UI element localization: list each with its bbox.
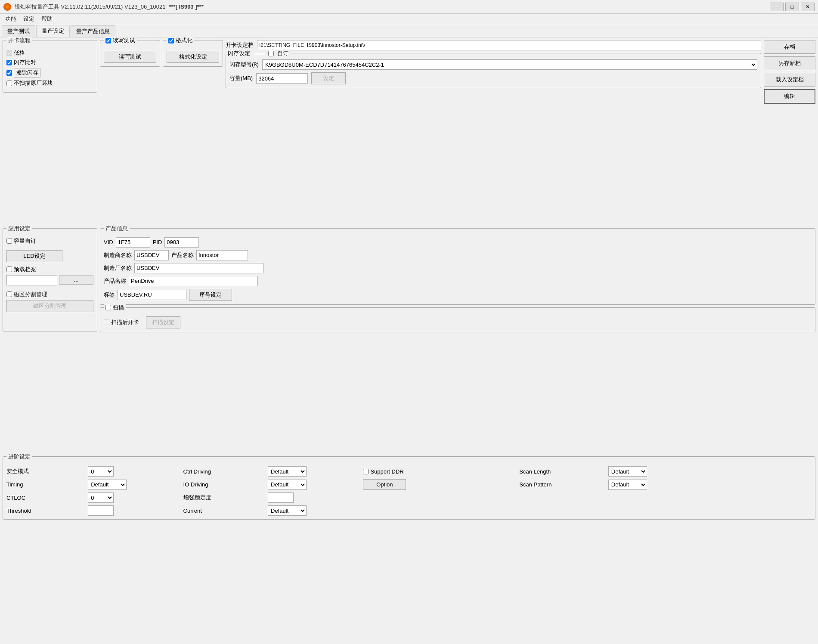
- vid-input[interactable]: [116, 237, 150, 248]
- preload-path-input[interactable]: [6, 275, 57, 285]
- rw-test-button[interactable]: 读写测试: [104, 51, 156, 63]
- format-settings-button[interactable]: 格式化设定: [167, 51, 219, 63]
- manufacturer-input[interactable]: [134, 250, 169, 260]
- current-select[interactable]: DefaultLowMediumHigh: [268, 505, 307, 516]
- current-label: Current: [183, 508, 263, 514]
- tab-bar: 量产测试 量产设定 量产产品信息: [0, 24, 818, 37]
- rw-test-group-title: 读写测试: [113, 37, 135, 44]
- load-button[interactable]: 载入设定档: [764, 73, 815, 87]
- close-button[interactable]: ✕: [801, 3, 815, 11]
- scan-checkbox[interactable]: [105, 305, 111, 310]
- erase-flash-checkbox[interactable]: [6, 70, 12, 76]
- flash-compare-label: 闪存比对: [14, 59, 36, 66]
- preload-browse-button[interactable]: ...: [59, 276, 93, 285]
- tab-mass-test[interactable]: 量产测试: [2, 25, 35, 37]
- ctrl-driving-label: Ctrl Driving: [183, 468, 263, 475]
- io-driving-label: IO Driving: [183, 481, 263, 488]
- kaika-title: 开卡流程: [6, 37, 32, 44]
- mid-section: 应用设定 容量自订 LED设定 预载档案 ... 磁区分割管理 磁区分割管理: [3, 228, 815, 454]
- save-new-button[interactable]: 另存新档: [764, 56, 815, 70]
- product-info-group: 产品信息 VID PID 制造商名称 产品名称: [100, 228, 815, 305]
- advanced-settings-title: 进阶设定: [6, 453, 32, 461]
- app-icon: [3, 3, 11, 11]
- capacity-custom-label: 容量自订: [14, 237, 36, 245]
- minimize-button[interactable]: ─: [770, 3, 784, 11]
- menu-item-help[interactable]: 帮助: [38, 14, 56, 24]
- right-buttons-panel: 存档 另存新档 载入设定档 编辑: [764, 40, 815, 104]
- advanced-settings-group: 进阶设定 安全模式 012 Ctrl Driving DefaultLowMed…: [3, 456, 815, 520]
- led-settings-button[interactable]: LED设定: [6, 250, 62, 262]
- tab-mass-product-info[interactable]: 量产产品信息: [71, 25, 115, 37]
- tab-mass-settings[interactable]: 量产设定: [36, 25, 70, 37]
- scan-title: 扫描: [113, 304, 124, 312]
- flash-custom-checkbox[interactable]: [268, 51, 274, 56]
- disk-partition-button[interactable]: 磁区分割管理: [6, 300, 93, 312]
- manufacturer-label: 制造商名称: [104, 251, 132, 259]
- mfr-factory-input[interactable]: [134, 263, 263, 273]
- flash-custom-label: 自订: [277, 50, 288, 57]
- scan-length-select[interactable]: Default128256512: [608, 466, 647, 477]
- kaika-group: 开卡流程 低格 闪存比对 擦除闪存 不扫描原厂坏块: [3, 40, 97, 93]
- edit-button[interactable]: 编辑: [764, 89, 815, 104]
- option-button[interactable]: Option: [363, 479, 406, 490]
- threshold-label: Threshold: [6, 508, 83, 514]
- label-input[interactable]: [118, 290, 186, 300]
- format-checkbox[interactable]: [168, 38, 174, 43]
- pid-input[interactable]: [164, 237, 199, 248]
- app-subtitle: ***[ IS903 ]***: [169, 3, 204, 10]
- scan-settings-button[interactable]: 扫描设定: [146, 316, 180, 328]
- support-ddr-checkbox[interactable]: [363, 469, 369, 474]
- enhance-stability-label: 增强稳定度: [183, 494, 263, 502]
- flash-settings-group: 闪存设定 —— 自订 闪存型号(8) K9GBGD8U0M-ECD7D71414…: [226, 53, 761, 88]
- disk-partition-checkbox[interactable]: [6, 291, 12, 297]
- serial-num-button[interactable]: 序号设定: [189, 289, 232, 301]
- product-name-full-label: 产品名称: [104, 277, 126, 285]
- scan-pattern-select[interactable]: DefaultPattern1Pattern2: [608, 480, 647, 490]
- scan-after-open-label: 扫描后开卡: [111, 319, 139, 326]
- restore-button[interactable]: □: [785, 3, 799, 11]
- scan-pattern-label: Scan Pattern: [519, 481, 603, 488]
- preload-file-checkbox[interactable]: [6, 266, 12, 272]
- timing-label: Timing: [6, 481, 83, 488]
- mfr-factory-label: 制造厂名称: [104, 264, 132, 272]
- label-label: 标签: [104, 291, 115, 299]
- no-scan-bad-label: 不扫描原厂坏块: [14, 79, 53, 87]
- enhance-stability-input[interactable]: [268, 492, 294, 503]
- low-format-checkbox[interactable]: [6, 50, 12, 56]
- capacity-set-button[interactable]: 设定: [311, 72, 346, 84]
- product-name-full-input[interactable]: [129, 276, 258, 286]
- format-group-title: 格式化: [176, 37, 192, 44]
- capacity-input[interactable]: [256, 73, 308, 84]
- app-settings-title: 应用设定: [6, 225, 32, 232]
- safe-mode-select[interactable]: 012: [88, 466, 114, 477]
- safe-mode-label: 安全模式: [6, 468, 83, 475]
- disk-partition-label: 磁区分割管理: [14, 291, 47, 298]
- settings-file-input[interactable]: [257, 40, 761, 50]
- capacity-custom-checkbox[interactable]: [6, 238, 12, 244]
- ctloc-label: CTLOC: [6, 495, 83, 501]
- threshold-input[interactable]: [88, 505, 114, 516]
- save-button[interactable]: 存档: [764, 40, 815, 54]
- pid-label: PID: [153, 239, 162, 245]
- low-format-label: 低格: [14, 49, 25, 57]
- capacity-label: 容量(MB): [229, 74, 253, 82]
- scan-length-label: Scan Length: [519, 468, 603, 475]
- support-ddr-label: Support DDR: [370, 468, 403, 475]
- scan-after-open-checkbox[interactable]: [104, 319, 109, 325]
- io-driving-select[interactable]: DefaultLowMediumHigh: [268, 480, 307, 490]
- menu-item-settings[interactable]: 设定: [20, 14, 38, 24]
- flash-compare-checkbox[interactable]: [6, 60, 12, 65]
- flash-model-select[interactable]: K9GBGD8U0M-ECD7D7141476765454C2C2-1: [262, 59, 757, 70]
- preload-file-label: 预载档案: [14, 266, 36, 273]
- ctloc-select[interactable]: 012: [88, 492, 114, 503]
- vid-label: VID: [104, 239, 113, 245]
- timing-select[interactable]: Default123: [88, 480, 127, 490]
- rw-test-checkbox[interactable]: [105, 38, 111, 43]
- advanced-row: 进阶设定 安全模式 012 Ctrl Driving DefaultLowMed…: [3, 456, 815, 641]
- product-name-input[interactable]: [196, 250, 248, 260]
- menu-item-function[interactable]: 功能: [2, 14, 20, 24]
- app-title: 银灿科技量产工具 V2.11.02.11(2015/09/21) V123_06…: [15, 3, 166, 11]
- no-scan-bad-checkbox[interactable]: [6, 80, 12, 86]
- ctrl-driving-select[interactable]: DefaultLowMediumHigh: [268, 466, 307, 477]
- erase-flash-label: 擦除闪存: [14, 68, 40, 77]
